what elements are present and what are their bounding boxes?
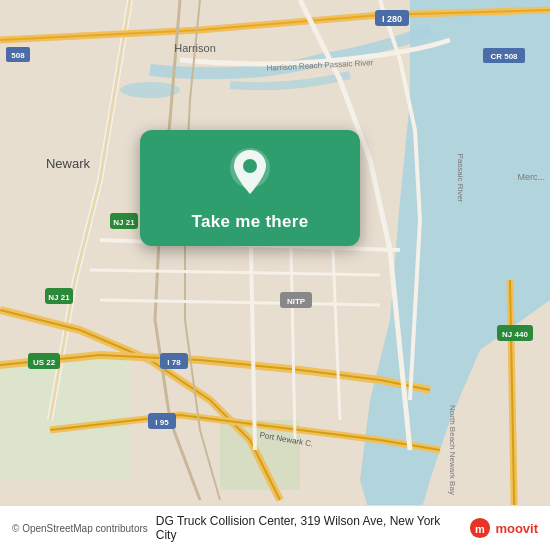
map-container: I 280 508 CR 508 Harrison Harrison Reach… bbox=[0, 0, 550, 550]
svg-text:CR 508: CR 508 bbox=[490, 52, 518, 61]
svg-text:NJ 440: NJ 440 bbox=[502, 330, 528, 339]
svg-text:508: 508 bbox=[11, 51, 25, 60]
svg-text:NITP: NITP bbox=[287, 297, 306, 306]
pin-icon-container bbox=[224, 148, 276, 200]
svg-text:NJ 21: NJ 21 bbox=[113, 218, 135, 227]
moovit-icon: m bbox=[469, 517, 491, 539]
map-attribution: © OpenStreetMap contributors bbox=[12, 523, 148, 534]
moovit-text: moovit bbox=[495, 521, 538, 536]
svg-text:I 95: I 95 bbox=[155, 418, 169, 427]
svg-text:Newark: Newark bbox=[46, 156, 91, 171]
location-label: DG Truck Collision Center, 319 Wilson Av… bbox=[156, 514, 462, 542]
svg-text:Passaic River: Passaic River bbox=[456, 154, 465, 203]
svg-text:NJ 21: NJ 21 bbox=[48, 293, 70, 302]
svg-text:North Beach Newark Bay: North Beach Newark Bay bbox=[448, 405, 457, 495]
svg-text:Harrison: Harrison bbox=[174, 42, 216, 54]
bottom-bar: © OpenStreetMap contributors DG Truck Co… bbox=[0, 505, 550, 550]
map-background: I 280 508 CR 508 Harrison Harrison Reach… bbox=[0, 0, 550, 550]
svg-text:US 22: US 22 bbox=[33, 358, 56, 367]
svg-text:I 78: I 78 bbox=[167, 358, 181, 367]
moovit-logo: m moovit bbox=[469, 517, 538, 539]
location-pin-icon bbox=[228, 148, 272, 200]
svg-text:I 280: I 280 bbox=[382, 14, 402, 24]
svg-point-33 bbox=[243, 159, 257, 173]
take-me-there-button[interactable]: Take me there bbox=[192, 212, 309, 232]
svg-text:m: m bbox=[475, 523, 485, 535]
location-card: Take me there bbox=[140, 130, 360, 246]
svg-text:Merc...: Merc... bbox=[517, 172, 545, 182]
